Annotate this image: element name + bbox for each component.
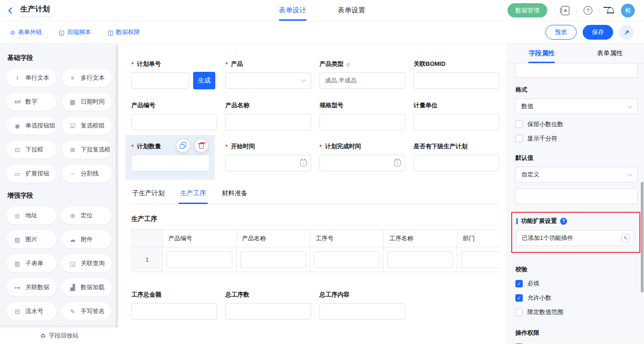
- copy-field-button[interactable]: [177, 139, 189, 152]
- cell-process-name-input[interactable]: [387, 251, 453, 268]
- field-spec[interactable]: 规格型号: [319, 101, 405, 130]
- panel-scrollbar[interactable]: [641, 182, 644, 292]
- checkbox-thousand-separator[interactable]: 显示千分符: [515, 134, 638, 143]
- field-has-sub-plan[interactable]: 是否有下级生产计划: [414, 142, 499, 171]
- field-product-type[interactable]: 产品类型⌀ 成品,半成品: [319, 60, 405, 89]
- finish-time-input[interactable]: [319, 155, 405, 171]
- plugin-field[interactable]: 已添加1个功能插件 ✎: [516, 230, 634, 246]
- field-product[interactable]: 产品: [225, 60, 311, 89]
- checkbox-checked[interactable]: [515, 280, 523, 287]
- sidebar-item-serial-number[interactable]: ⊟流水号: [6, 303, 56, 320]
- checkbox[interactable]: [515, 121, 523, 128]
- cell-department-input[interactable]: [461, 251, 499, 268]
- sidebar-item-signature[interactable]: ✎手写签名: [62, 303, 112, 320]
- tab-production-process[interactable]: 生产工序: [179, 185, 207, 204]
- sidebar-item-multi-line-text[interactable]: ≡多行文本: [62, 69, 112, 87]
- checkbox[interactable]: [515, 135, 523, 142]
- checkbox[interactable]: [515, 309, 523, 316]
- field-name-input[interactable]: [515, 64, 638, 78]
- col-process-no[interactable]: 工序号: [310, 230, 384, 247]
- product-type-input[interactable]: 成品,半成品: [319, 72, 405, 89]
- back-icon[interactable]: [8, 7, 15, 13]
- sidebar-item-image[interactable]: ▨图片: [6, 231, 56, 248]
- edit-icon[interactable]: ✎: [621, 234, 630, 242]
- share-button[interactable]: ↗: [619, 25, 634, 40]
- sidebar-item-linked-data[interactable]: ⊶关联数据: [6, 279, 56, 296]
- sidebar-item-divider-line[interactable]: ┄分割线: [62, 165, 112, 182]
- checkbox-required[interactable]: 必填: [515, 280, 638, 288]
- plan-qty-input[interactable]: [131, 155, 210, 171]
- sidebar-scrollbar[interactable]: [116, 46, 118, 327]
- field-start-time[interactable]: 开始时间: [225, 142, 311, 171]
- cell-product-name-input[interactable]: [240, 251, 306, 268]
- default-value-select[interactable]: 自定义: [515, 167, 638, 182]
- sidebar-item-checkbox-group[interactable]: ☑复选框组: [62, 117, 112, 134]
- tab-material-prep[interactable]: 材料准备: [221, 185, 248, 204]
- sidebar-item-number[interactable]: 123数字: [6, 93, 56, 111]
- sidebar-item-linked-query[interactable]: ◲关联查询: [62, 255, 112, 272]
- notification-bell-icon[interactable]: [607, 6, 614, 14]
- field-plan-no[interactable]: 计划单号 生成: [131, 60, 217, 89]
- help-icon[interactable]: ?: [560, 218, 567, 225]
- total-process-content-input[interactable]: [319, 303, 405, 320]
- sidebar-item-address[interactable]: ◎地址: [6, 207, 56, 224]
- col-process-name[interactable]: 工序名称: [384, 230, 457, 247]
- sidebar-item-data-load[interactable]: ▟数据加载: [62, 279, 112, 296]
- tab-form-design[interactable]: 表单设计: [277, 0, 308, 21]
- delete-field-button[interactable]: [195, 139, 208, 152]
- unit-input[interactable]: [414, 114, 499, 130]
- preview-button[interactable]: 预览: [545, 25, 577, 40]
- field-product-code[interactable]: 产品编号: [131, 101, 217, 130]
- col-department[interactable]: 部门: [457, 230, 499, 247]
- checkbox-checked[interactable]: [515, 294, 523, 302]
- checkbox-keep-decimals[interactable]: 保留小数位数: [515, 120, 638, 128]
- sidebar-item-extend-button[interactable]: ▭扩展按钮: [6, 165, 56, 182]
- checkbox-limit-range[interactable]: 限定数值范围: [515, 308, 638, 316]
- selected-field-highlight[interactable]: 计划数量: [125, 135, 215, 180]
- col-product-code[interactable]: 产品编号: [163, 230, 236, 247]
- bom-id-input[interactable]: [414, 72, 499, 89]
- field-total-process-count[interactable]: 总工序数: [225, 291, 311, 320]
- product-name-input[interactable]: [225, 114, 311, 130]
- journal-icon[interactable]: A: [561, 6, 569, 15]
- field-bom-id[interactable]: 关联BOMID: [414, 60, 499, 89]
- field-finish-time[interactable]: 计划完成时间: [319, 142, 405, 171]
- sidebar-item-dropdown[interactable]: ⊡下拉框: [6, 141, 56, 158]
- col-product-name[interactable]: 产品名称: [236, 230, 310, 247]
- sidebar-item-single-line-text[interactable]: I单行文本: [6, 69, 56, 87]
- backend-script-link[interactable]: ◱ 后端脚本: [59, 28, 91, 36]
- process-total-amount-input[interactable]: [131, 303, 217, 320]
- cell-process-no-input[interactable]: [314, 251, 380, 268]
- generate-button[interactable]: 生成: [193, 72, 215, 89]
- tab-field-properties[interactable]: 字段属性: [508, 44, 576, 63]
- form-external-link[interactable]: ⊘ 表单外链: [10, 28, 42, 36]
- cell-product-code-input[interactable]: [166, 251, 232, 268]
- product-select[interactable]: [225, 72, 311, 89]
- spec-input[interactable]: [319, 114, 405, 130]
- sidebar-item-radio-group[interactable]: ◉单选按钮组: [6, 117, 56, 134]
- field-unit[interactable]: 计量单位: [414, 101, 499, 130]
- tab-form-settings[interactable]: 表单设置: [336, 0, 367, 21]
- total-process-count-input[interactable]: [225, 303, 311, 320]
- field-plan-qty-selected[interactable]: 计划数量: [131, 142, 217, 171]
- has-sub-plan-input[interactable]: [414, 155, 499, 171]
- avatar[interactable]: 检: [621, 4, 635, 17]
- data-manage-button[interactable]: 数据管理: [508, 3, 547, 17]
- sidebar-item-datetime[interactable]: ▦日期时间: [62, 93, 112, 111]
- field-process-total-amount[interactable]: 工序总金额: [131, 291, 217, 320]
- sidebar-item-multi-dropdown[interactable]: ⊞下拉复选框: [62, 141, 112, 158]
- data-permission-link[interactable]: ◫ 数据权限: [107, 28, 140, 36]
- checkbox-allow-decimal[interactable]: 允许小数: [515, 294, 638, 302]
- sidebar-item-attachment[interactable]: ☁附件: [62, 231, 112, 248]
- format-select[interactable]: 数值: [515, 99, 638, 114]
- product-code-input[interactable]: [131, 114, 217, 130]
- page-title[interactable]: 生产计划: [20, 4, 53, 17]
- sidebar-item-subform[interactable]: ▥子表单: [6, 255, 56, 272]
- start-time-input[interactable]: [225, 155, 311, 171]
- field-product-name[interactable]: 产品名称: [225, 101, 311, 130]
- field-recycle-bin[interactable]: ♻ 字段回收站: [0, 327, 119, 344]
- field-total-process-content[interactable]: 总工序内容: [319, 291, 405, 320]
- save-button[interactable]: 保存: [583, 25, 613, 40]
- plan-no-input[interactable]: [131, 72, 189, 89]
- tab-form-properties[interactable]: 表单属性: [576, 44, 644, 63]
